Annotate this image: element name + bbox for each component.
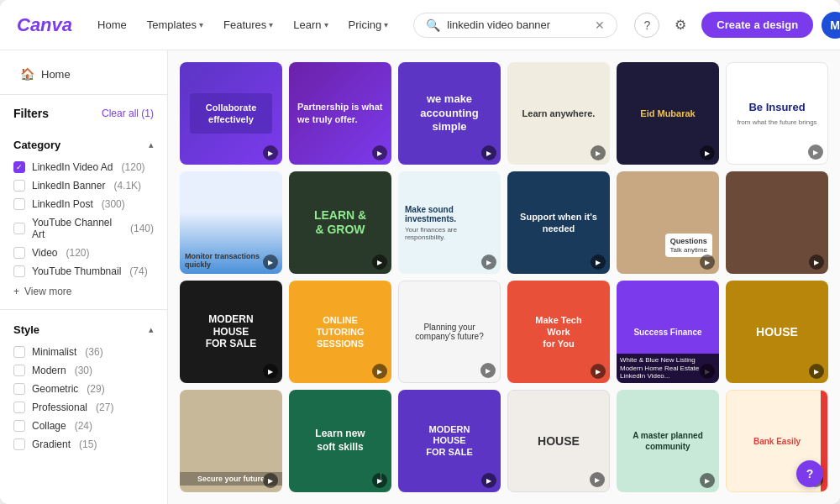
nav-home[interactable]: Home xyxy=(89,13,135,36)
view-more-button[interactable]: + View more xyxy=(0,281,167,302)
play-button[interactable]: ▶ xyxy=(263,473,278,488)
template-card[interactable]: Learn newsoft skills ↓ ▶ xyxy=(289,390,391,492)
checkbox-linkedin-post[interactable] xyxy=(13,198,25,210)
template-card[interactable]: Monitor transactions quickly ▶ xyxy=(180,171,282,274)
template-card[interactable]: ▶ xyxy=(726,171,828,274)
template-card[interactable]: Make sound investments. Your finances ar… xyxy=(398,171,501,274)
filter-youtube-thumbnail[interactable]: YouTube Thumbnail (74) xyxy=(0,262,167,281)
filter-modern[interactable]: Modern (30) xyxy=(0,361,167,380)
template-card[interactable]: Support when it's needed ▶ xyxy=(507,171,610,274)
play-button[interactable]: ▶ xyxy=(591,364,606,379)
play-button[interactable]: ▶ xyxy=(700,145,715,160)
filter-linkedin-post[interactable]: LinkedIn Post (300) xyxy=(0,195,167,213)
help-floating-button[interactable]: ? xyxy=(796,460,823,487)
play-button[interactable]: ▶ xyxy=(480,363,496,378)
play-button[interactable]: ▶ xyxy=(591,145,606,160)
canva-logo[interactable]: Canva xyxy=(17,14,72,36)
nav-learn[interactable]: Learn ▾ xyxy=(285,13,336,36)
search-icon: 🔍 xyxy=(426,18,440,32)
play-button[interactable]: ▶ xyxy=(263,364,278,379)
checkbox-minimalist[interactable] xyxy=(13,346,25,358)
checkbox-linkedin-banner[interactable] xyxy=(13,180,25,192)
play-button[interactable]: ▶ xyxy=(809,364,824,379)
clear-all-button[interactable]: Clear all (1) xyxy=(102,108,154,119)
card-inner: A master planned community ▶ xyxy=(617,390,719,492)
play-button[interactable]: ▶ xyxy=(263,145,278,160)
play-button[interactable]: ▶ xyxy=(481,255,496,270)
template-card[interactable]: ONLINETUTORINGSESSIONS ▶ xyxy=(289,281,391,383)
checkbox-gradient[interactable] xyxy=(13,438,25,450)
checkbox-modern[interactable] xyxy=(13,365,25,376)
play-button[interactable]: ▶ xyxy=(481,473,496,488)
template-card[interactable]: Be Insured from what the future brings ▶ xyxy=(726,62,828,165)
main-content: 🏠 Home Filters Clear all (1) Category ▴ … xyxy=(0,50,840,504)
filter-linkedin-video-ad[interactable]: LinkedIn Video Ad (120) xyxy=(0,158,167,176)
checkbox-collage[interactable] xyxy=(13,420,25,432)
nav-pricing[interactable]: Pricing ▾ xyxy=(340,13,397,36)
filter-youtube-channel-art[interactable]: YouTube Channel Art (140) xyxy=(0,213,167,244)
play-button[interactable]: ▶ xyxy=(590,472,605,487)
template-card[interactable]: QuestionsTalk anytime ▶ xyxy=(617,171,719,274)
search-input[interactable] xyxy=(447,18,588,31)
checkbox-youtube-thumbnail[interactable] xyxy=(13,265,25,277)
template-card[interactable]: Planning your company's future? ▶ xyxy=(398,281,501,383)
category-section-header[interactable]: Category ▴ xyxy=(0,132,167,158)
template-card[interactable]: we make accounting simple ▶ xyxy=(398,62,501,165)
card-text: LEARN && GROW xyxy=(309,203,371,242)
play-button[interactable]: ▶ xyxy=(372,473,387,488)
checkbox-geometric[interactable] xyxy=(13,383,25,395)
template-card[interactable]: Success Finance ▶ White & Blue New Listi… xyxy=(617,281,719,383)
filter-collage[interactable]: Collage (24) xyxy=(0,417,167,435)
template-card[interactable]: HOUSE ▶ xyxy=(507,390,610,492)
template-card[interactable]: Eid Mubarak ▶ xyxy=(617,62,719,165)
sidebar-home[interactable]: 🏠 Home xyxy=(7,60,160,87)
content-grid-area: Collaborate effectively ▶ Partnership is… xyxy=(168,50,840,504)
style-section-header[interactable]: Style ▴ xyxy=(0,317,167,343)
template-card[interactable]: A master planned community ▶ xyxy=(617,390,719,492)
play-button[interactable]: ▶ xyxy=(700,473,715,488)
card-text: Partnership is what we truly offer. xyxy=(289,92,391,135)
play-button[interactable]: ▶ xyxy=(481,145,496,160)
template-card[interactable]: Collaborate effectively ▶ xyxy=(180,62,282,165)
checkbox-video[interactable] xyxy=(13,247,25,259)
play-button[interactable]: ▶ xyxy=(372,145,387,160)
create-design-button[interactable]: Create a design xyxy=(701,12,813,38)
template-card[interactable]: Secure your future ▶ xyxy=(180,390,282,492)
template-card[interactable]: MODERNHOUSEFOR SALE ▶ xyxy=(398,390,501,492)
card-text: Make sound investments. xyxy=(405,205,494,223)
main-nav: Home Templates ▾ Features ▾ Learn ▾ Pric… xyxy=(89,13,396,36)
checkbox-linkedin-video-ad[interactable] xyxy=(13,161,25,173)
template-card[interactable]: Partnership is what we truly offer. ▶ xyxy=(289,62,391,165)
filter-geometric[interactable]: Geometric (29) xyxy=(0,380,167,398)
settings-button[interactable]: ⚙ xyxy=(668,13,693,38)
template-card[interactable]: Make TechWorkfor You ▶ xyxy=(507,281,610,383)
play-button[interactable]: ▶ xyxy=(372,364,387,379)
play-button[interactable]: ▶ xyxy=(263,255,278,270)
play-button[interactable]: ▶ xyxy=(700,255,715,270)
filter-minimalist[interactable]: Minimalist (36) xyxy=(0,343,167,361)
nav-features[interactable]: Features ▾ xyxy=(215,13,281,36)
filter-video[interactable]: Video (120) xyxy=(0,244,167,262)
filter-gradient[interactable]: Gradient (15) xyxy=(0,435,167,454)
help-button[interactable]: ? xyxy=(634,13,659,38)
checkbox-professional[interactable] xyxy=(13,402,25,413)
avatar[interactable]: M xyxy=(822,12,840,39)
template-card[interactable]: HOUSE ▶ xyxy=(726,281,828,383)
card-text: Planning your company's future? xyxy=(406,323,493,341)
template-card[interactable]: MODERNHOUSEFOR SALE ▶ xyxy=(180,281,282,383)
filter-linkedin-banner[interactable]: LinkedIn Banner (4.1K) xyxy=(0,176,167,195)
card-inner: Eid Mubarak ▶ xyxy=(617,62,719,165)
template-card[interactable]: LEARN && GROW ▶ xyxy=(289,171,391,274)
play-button[interactable]: ▶ xyxy=(809,255,824,270)
filter-professional[interactable]: Professional (27) xyxy=(0,398,167,417)
play-button[interactable]: ▶ xyxy=(372,255,387,270)
play-button[interactable]: ▶ xyxy=(591,255,606,270)
nav-templates[interactable]: Templates ▾ xyxy=(139,13,212,36)
clear-icon[interactable]: ✕ xyxy=(595,18,605,32)
divider-2 xyxy=(0,309,167,310)
card-text: Support when it's needed xyxy=(507,206,610,240)
play-button[interactable]: ▶ xyxy=(808,144,823,160)
template-card[interactable]: Learn anywhere. ▶ xyxy=(507,62,610,165)
checkbox-youtube-channel-art[interactable] xyxy=(13,223,25,234)
card-inner: Monitor transactions quickly ▶ xyxy=(180,171,282,274)
